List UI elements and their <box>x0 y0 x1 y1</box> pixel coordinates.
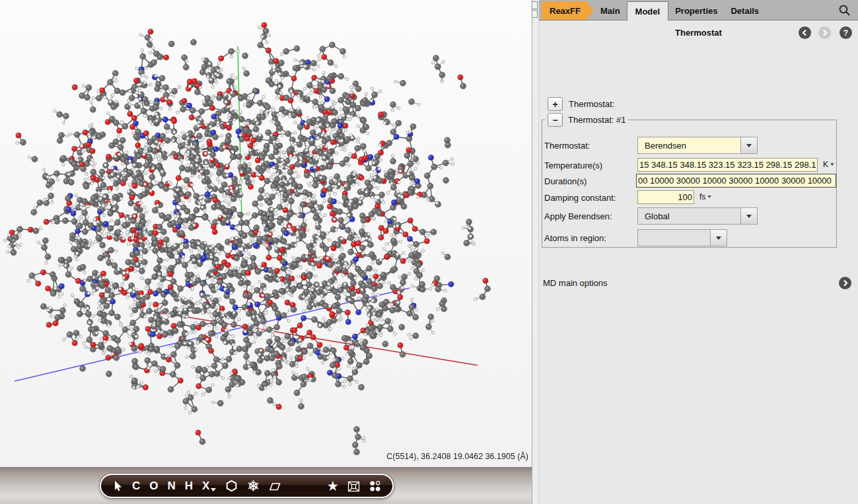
damping-unit-select[interactable]: fs <box>699 192 711 201</box>
apply-berendsen-label: Apply Berendsen: <box>544 211 612 221</box>
molecule-canvas[interactable] <box>0 0 532 467</box>
ring-tool-icon[interactable] <box>225 480 238 492</box>
temperature-label: Temperature(s) <box>544 160 602 170</box>
add-thermostat-button[interactable]: + <box>548 97 563 111</box>
element-x-dropdown-icon <box>211 488 216 491</box>
element-c-button[interactable]: C <box>132 480 140 492</box>
render-style-icon[interactable] <box>369 480 381 492</box>
tab-details[interactable]: Details <box>724 1 766 20</box>
tab-model[interactable]: Model <box>627 1 669 20</box>
chevron-down-icon[interactable] <box>710 230 727 246</box>
settings-panel: ReaxFF Main Model Properties Details The… <box>539 0 858 504</box>
chevron-down-icon[interactable] <box>740 137 757 153</box>
pane-divider[interactable] <box>532 0 539 504</box>
tab-reaxff[interactable]: ReaxFF <box>542 1 594 20</box>
tab-properties[interactable]: Properties <box>668 1 724 20</box>
back-arrow-button[interactable] <box>799 26 811 39</box>
remove-thermostat-button[interactable]: − <box>548 113 563 127</box>
pointer-tool-icon[interactable] <box>112 480 123 492</box>
help-button[interactable]: ? <box>840 26 852 39</box>
tab-bar: ReaxFF Main Model Properties Details <box>539 0 858 20</box>
molecule-viewer: C(5514), 36.2408 19.0462 36.1905 (Å) C O… <box>0 0 532 504</box>
freeze-tool-icon[interactable] <box>247 480 260 492</box>
temperature-input[interactable] <box>637 158 818 172</box>
atom-status-text: C(5514), 36.2408 19.0462 36.1905 (Å) <box>386 452 528 461</box>
tab-main[interactable]: Main <box>594 1 627 20</box>
element-x-button[interactable]: X <box>202 480 216 492</box>
thermostat-type-select[interactable]: Berendsen <box>637 137 758 154</box>
duration-label: Duration(s) <box>544 176 587 186</box>
add-thermostat-label: Thermostat: <box>569 99 614 109</box>
element-o-button[interactable]: O <box>149 480 158 492</box>
md-main-options-link[interactable]: MD main options <box>543 278 608 288</box>
apply-berendsen-select[interactable]: Global <box>637 207 758 225</box>
chevron-down-icon[interactable] <box>740 208 757 224</box>
favorites-star-icon[interactable]: ★ <box>328 480 338 492</box>
atoms-in-region-select[interactable] <box>637 229 727 246</box>
duration-input[interactable] <box>636 174 836 188</box>
element-n-button[interactable]: N <box>168 480 176 492</box>
damping-constant-input[interactable] <box>637 190 694 204</box>
element-h-button[interactable]: H <box>185 480 193 492</box>
plane-tool-icon[interactable] <box>269 480 281 492</box>
damping-constant-label: Damping constant: <box>544 192 616 202</box>
thermostat-group-legend: Thermostat: #1 <box>568 115 626 125</box>
cell-view-icon[interactable] <box>347 480 360 492</box>
divider-grip-top[interactable] <box>532 1 538 9</box>
md-main-options-button[interactable] <box>839 277 851 289</box>
atoms-in-region-label: Atoms in region: <box>544 233 606 243</box>
thermostat-type-label: Thermostat: <box>544 141 590 151</box>
element-toolbar: C O N H X <box>100 474 394 498</box>
divider-grip-bottom[interactable] <box>532 10 538 18</box>
panel-header: Thermostat ? <box>539 20 858 45</box>
temperature-unit-select[interactable]: K <box>823 160 834 169</box>
search-icon[interactable] <box>838 4 851 17</box>
forward-arrow-button[interactable] <box>818 26 831 39</box>
thermostat-form: + Thermostat: − Thermostat: #1 Thermosta… <box>539 45 858 504</box>
